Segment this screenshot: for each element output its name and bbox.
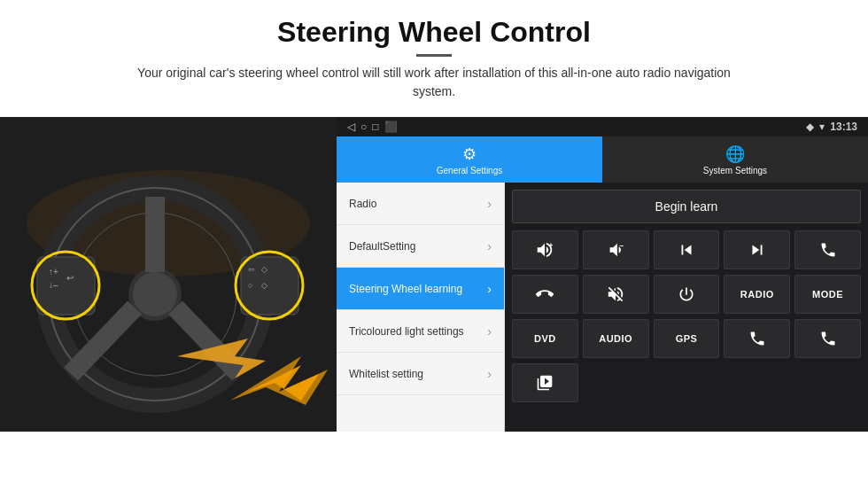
location-icon: ◆ bbox=[806, 121, 814, 133]
menu-item-radio[interactable]: Radio › bbox=[337, 183, 504, 225]
chevron-icon: › bbox=[487, 324, 492, 339]
menu-icon: ⬛ bbox=[384, 121, 398, 133]
steering-wheel-panel: ↑+ ↓– ↩ ⇦ ◇ ○ ◇ bbox=[0, 117, 337, 432]
content-area: ↑+ ↓– ↩ ⇦ ◇ ○ ◇ bbox=[0, 117, 868, 432]
chevron-icon: › bbox=[487, 367, 492, 381]
settings-gear-icon: ⚙ bbox=[462, 144, 477, 164]
svg-text:○: ○ bbox=[248, 281, 252, 290]
tab-general-label: General Settings bbox=[437, 166, 503, 175]
media-icon-btn[interactable] bbox=[512, 363, 578, 402]
phone-answer-btn[interactable] bbox=[794, 230, 861, 269]
android-panel: ◁ ○ □ ⬛ ◆ ▾ 13:13 ⚙ General Settings bbox=[337, 117, 868, 432]
control-row-1: + – bbox=[512, 230, 861, 269]
menu-radio-label: Radio bbox=[349, 198, 376, 210]
menu-item-steering-wheel[interactable]: Steering Wheel learning › bbox=[337, 268, 504, 310]
call-end-btn[interactable] bbox=[512, 275, 578, 314]
phone-prev-btn[interactable] bbox=[724, 319, 790, 358]
menu-whitelist-label: Whitelist setting bbox=[349, 368, 423, 380]
menu-item-whitelist[interactable]: Whitelist setting › bbox=[337, 353, 504, 395]
next-track-btn[interactable] bbox=[724, 230, 790, 269]
menu-steering-label: Steering Wheel learning bbox=[349, 283, 462, 295]
svg-point-6 bbox=[133, 272, 177, 316]
svg-text:–: – bbox=[620, 242, 624, 250]
menu-default-label: DefaultSetting bbox=[349, 240, 415, 253]
gps-btn[interactable]: GPS bbox=[654, 319, 720, 358]
begin-learn-button[interactable]: Begin learn bbox=[512, 190, 861, 223]
status-right-icons: ◆ ▾ 13:13 bbox=[806, 121, 857, 133]
title-divider bbox=[416, 54, 452, 57]
audio-btn[interactable]: AUDIO bbox=[583, 319, 649, 358]
begin-learn-row: Begin learn bbox=[512, 190, 861, 223]
svg-text:◇: ◇ bbox=[261, 281, 267, 290]
svg-text:↑+: ↑+ bbox=[49, 267, 58, 277]
control-row-3: DVD AUDIO GPS bbox=[512, 319, 861, 358]
page-title: Steering Wheel Control bbox=[53, 16, 815, 49]
status-bar: ◁ ○ □ ⬛ ◆ ▾ 13:13 bbox=[337, 117, 868, 136]
tab-system-label: System Settings bbox=[703, 166, 767, 175]
menu-list: Radio › DefaultSetting › Steering Wheel … bbox=[337, 183, 505, 432]
tab-general-settings[interactable]: ⚙ General Settings bbox=[337, 136, 602, 183]
chevron-icon: › bbox=[487, 282, 492, 296]
menu-tricoloured-label: Tricoloured light settings bbox=[349, 325, 464, 338]
menu-container: Radio › DefaultSetting › Steering Wheel … bbox=[337, 183, 868, 432]
page-wrapper: Steering Wheel Control Your original car… bbox=[0, 0, 868, 483]
wifi-icon: ▾ bbox=[819, 121, 825, 133]
tab-bar: ⚙ General Settings 🌐 System Settings bbox=[337, 136, 868, 183]
header-section: Steering Wheel Control Your original car… bbox=[0, 0, 868, 108]
tab-system-settings[interactable]: 🌐 System Settings bbox=[602, 136, 868, 183]
home-icon: ○ bbox=[360, 121, 367, 133]
control-row-2: RADIO MODE bbox=[512, 275, 861, 314]
menu-item-tricoloured[interactable]: Tricoloured light settings › bbox=[337, 310, 504, 353]
menu-item-default-setting[interactable]: DefaultSetting › bbox=[337, 225, 504, 268]
recent-icon: □ bbox=[372, 121, 378, 133]
nav-icons: ◁ ○ □ ⬛ bbox=[347, 121, 398, 133]
control-panel: Begin learn + – bbox=[505, 183, 868, 432]
control-row-4 bbox=[512, 363, 861, 402]
power-btn[interactable] bbox=[654, 275, 720, 314]
vol-up-btn[interactable]: + bbox=[512, 230, 578, 269]
phone-next-btn[interactable] bbox=[794, 319, 861, 358]
back-icon: ◁ bbox=[347, 121, 355, 133]
svg-text:↓–: ↓– bbox=[49, 280, 58, 290]
subtitle: Your original car's steering wheel contr… bbox=[133, 64, 735, 101]
chevron-icon: › bbox=[487, 239, 492, 253]
svg-text:+: + bbox=[549, 242, 554, 250]
vol-down-btn[interactable]: – bbox=[583, 230, 649, 269]
radio-btn[interactable]: RADIO bbox=[724, 275, 790, 314]
dvd-btn[interactable]: DVD bbox=[512, 319, 578, 358]
svg-text:⇦: ⇦ bbox=[248, 265, 255, 274]
prev-track-btn[interactable] bbox=[654, 230, 720, 269]
svg-text:↩: ↩ bbox=[66, 273, 74, 283]
svg-rect-10 bbox=[37, 257, 95, 315]
mute-btn[interactable] bbox=[583, 275, 649, 314]
mode-btn[interactable]: MODE bbox=[794, 275, 861, 314]
globe-icon: 🌐 bbox=[725, 144, 745, 164]
clock: 13:13 bbox=[830, 121, 857, 133]
chevron-icon: › bbox=[487, 197, 492, 211]
svg-text:◇: ◇ bbox=[261, 265, 267, 274]
